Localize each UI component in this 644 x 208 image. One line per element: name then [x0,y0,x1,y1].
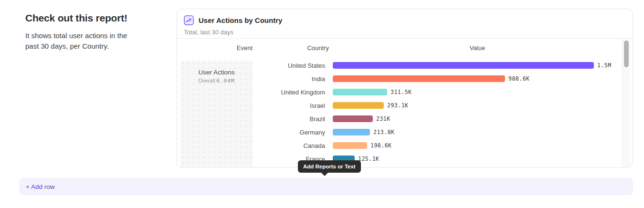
insights-chart-icon [184,15,194,25]
value-label: 125.1K [358,156,380,162]
value-label: 988.6K [508,75,530,82]
chart-row: Israel293.1K [177,99,622,112]
vertical-scrollbar-thumb[interactable] [624,41,629,67]
bar-segment[interactable] [333,129,370,135]
chart-rows: United States1.5MIndia988.6KUnited Kingd… [177,59,622,166]
value-label: 231K [376,115,391,122]
vertical-scrollbar-track[interactable] [622,39,630,167]
tooltip-label: Add Reports or Text [303,164,356,169]
column-header-country: Country [253,44,329,52]
country-label: India [177,75,325,83]
report-subtitle: Total, last 30 days [184,29,233,36]
intro-text-block: Check out this report! It shows total us… [25,12,145,52]
chart-row: Germany213.8K [177,125,622,139]
add-reports-tooltip: Add Reports or Text [298,160,361,173]
chart-row: United States1.5M [177,59,622,72]
country-label: Canada [177,142,325,149]
chart-row: France125.1K [177,152,622,166]
bar-segment[interactable] [333,75,505,82]
country-label: Brazil [177,115,325,123]
bar-segment[interactable] [333,62,594,69]
intro-body: It shows total user actions in the past … [25,31,139,52]
value-label: 293.1K [387,102,409,109]
column-header-event: Event [180,44,253,52]
country-label: Germany [177,129,325,136]
add-row-label: + Add row [26,183,54,190]
chart-row: Canada198.6K [177,139,622,152]
chart-row: United Kingdom311.5K [177,85,622,99]
intro-heading: Check out this report! [25,12,145,24]
add-row-button[interactable]: + Add row [19,178,633,195]
report-title: User Actions by Country [199,16,282,24]
value-label: 1.5M [597,62,612,69]
chart-row: India988.6K [177,72,622,85]
chart-row: Brazil231K [177,112,622,125]
bar-segment[interactable] [333,102,384,109]
tooltip-arrow-down-icon [321,173,328,176]
country-label: United Kingdom [177,89,325,96]
report-card-header: User Actions by Country Total, last 30 d… [177,9,633,39]
country-label: United States [177,62,325,69]
bar-segment[interactable] [333,115,373,122]
value-label: 213.8K [373,129,395,135]
column-header-value: Value [333,44,622,52]
bar-segment[interactable] [333,142,367,149]
bar-segment[interactable] [333,89,387,95]
value-label: 311.5K [391,89,412,95]
value-label: 198.6K [370,142,392,149]
country-label: Israel [177,102,325,109]
report-card[interactable]: User Actions by Country Total, last 30 d… [177,9,633,168]
